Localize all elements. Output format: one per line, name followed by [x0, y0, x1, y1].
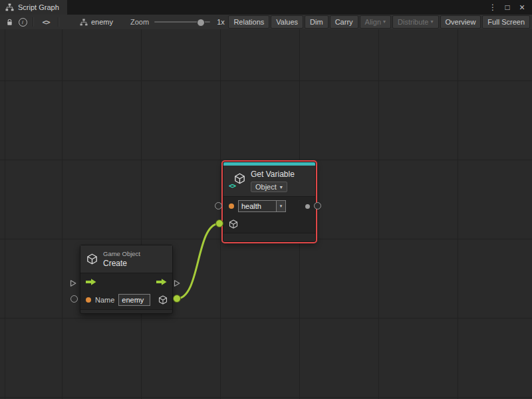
- name-input-port-dot[interactable]: [229, 203, 234, 209]
- name-input[interactable]: [118, 294, 150, 306]
- graph-context-label: enemy: [91, 18, 113, 26]
- close-icon[interactable]: ×: [516, 0, 528, 15]
- name-input-port-dot[interactable]: [86, 297, 91, 303]
- object-source-row: [223, 215, 315, 233]
- name-field: [118, 294, 150, 306]
- get-variable-name-port[interactable]: [215, 202, 222, 209]
- code-badge-icon: <>: [229, 182, 235, 190]
- zoom-control: Zoom 1x: [130, 18, 225, 26]
- create-header: Game Object Create: [80, 245, 172, 273]
- node-category: Game Object: [103, 250, 140, 257]
- lock-icon: [6, 19, 13, 26]
- toolbar-buttons: Relations Values Dim Carry Align▾ Distri…: [227, 15, 532, 29]
- node-footer: [80, 310, 172, 313]
- game-object-icon: [86, 253, 98, 265]
- variable-kind-dropdown[interactable]: Object ▾: [251, 182, 287, 192]
- flow-input-arrow-icon[interactable]: [86, 278, 96, 286]
- node-get-variable[interactable]: <> Get Variable Object ▾ ▾: [223, 162, 316, 242]
- window-menu-icon[interactable]: ⋮: [487, 0, 499, 15]
- full-screen-button[interactable]: Full Screen: [482, 15, 530, 29]
- window-controls: ⋮ □ ×: [487, 0, 532, 15]
- chevron-down-icon: ▾: [280, 184, 283, 190]
- info-icon: i: [19, 18, 27, 27]
- distribute-button: Distribute▾: [392, 15, 438, 29]
- name-label: Name: [95, 296, 114, 304]
- zoom-slider[interactable]: [154, 21, 210, 23]
- node-game-object-create[interactable]: Game Object Create Name: [80, 245, 173, 314]
- graph-toolbar: i <> enemy Zoom 1x Relations Values Dim …: [0, 15, 532, 30]
- get-variable-object-port-connected[interactable]: [215, 219, 223, 227]
- cube-icon: [234, 173, 245, 184]
- chevron-down-icon: ▾: [383, 19, 386, 25]
- code-icon: <>: [42, 18, 49, 27]
- titlebar: Script Graph ⋮ □ ×: [0, 0, 532, 15]
- graph-canvas[interactable]: <> Get Variable Object ▾ ▾: [0, 29, 532, 399]
- get-variable-body: ▾: [223, 196, 315, 233]
- zoom-slider-handle[interactable]: [197, 19, 205, 27]
- toolbar-divider: [58, 17, 59, 27]
- connection-wire[interactable]: [177, 223, 219, 299]
- carry-button[interactable]: Carry: [330, 15, 358, 29]
- zoom-value[interactable]: 1x: [217, 18, 225, 26]
- tab-label: Script Graph: [18, 3, 59, 11]
- graph-context-icon: [80, 19, 88, 26]
- create-flow-output-port[interactable]: [174, 279, 180, 287]
- variable-object-icon: <>: [229, 173, 245, 189]
- chevron-down-icon: ▾: [280, 203, 283, 209]
- value-output-port-dot[interactable]: [305, 204, 310, 209]
- dim-button[interactable]: Dim: [305, 15, 329, 29]
- values-button[interactable]: Values: [271, 15, 303, 29]
- toolbar-divider: [33, 17, 34, 27]
- variable-suggestions-dropdown[interactable]: ▾: [276, 200, 286, 212]
- node-title: Create: [103, 259, 140, 268]
- node-title: Get Variable: [251, 170, 295, 179]
- lock-button[interactable]: [3, 16, 16, 28]
- create-object-output-port-connected[interactable]: [173, 295, 181, 303]
- name-row: Name: [80, 291, 172, 309]
- code-view-button[interactable]: <>: [37, 16, 55, 28]
- object-input-port-icon[interactable]: [229, 219, 238, 229]
- variable-name-field: ▾: [238, 200, 286, 212]
- chevron-down-icon: ▾: [431, 19, 434, 25]
- script-graph-window: Script Graph ⋮ □ × i <> enemy Zoom: [0, 0, 532, 399]
- game-object-output-port-icon[interactable]: [158, 295, 168, 305]
- variable-name-row: ▾: [223, 197, 315, 215]
- align-button: Align▾: [360, 15, 391, 29]
- get-variable-value-output-port[interactable]: [314, 202, 321, 209]
- create-body: Name: [80, 273, 172, 310]
- graph-context[interactable]: enemy: [80, 18, 113, 26]
- zoom-label: Zoom: [130, 18, 149, 26]
- overview-button[interactable]: Overview: [440, 15, 481, 29]
- tab-script-graph[interactable]: Script Graph: [0, 0, 67, 15]
- get-variable-header: <> Get Variable Object ▾: [223, 166, 315, 196]
- create-name-input-port[interactable]: [70, 295, 78, 303]
- create-flow-input-port[interactable]: [70, 279, 76, 287]
- script-graph-icon: [5, 3, 14, 11]
- flow-output-arrow-icon[interactable]: [156, 278, 167, 286]
- variable-name-input[interactable]: [238, 200, 276, 212]
- relations-button[interactable]: Relations: [228, 15, 269, 29]
- maximize-icon[interactable]: □: [501, 0, 513, 15]
- node-footer: [223, 233, 315, 241]
- flow-row: [80, 273, 172, 291]
- info-button[interactable]: i: [16, 16, 29, 28]
